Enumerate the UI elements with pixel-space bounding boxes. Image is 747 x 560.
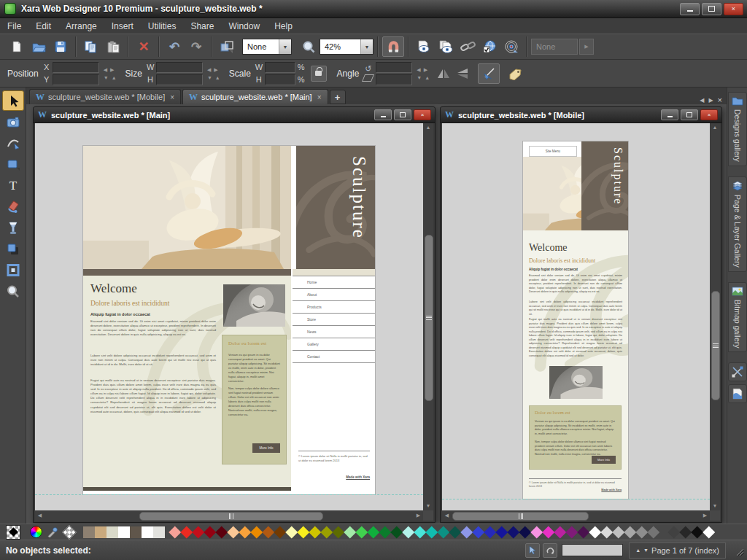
palette-swatch[interactable]	[286, 526, 298, 537]
palette-swatch[interactable]	[519, 526, 531, 537]
save-button[interactable]	[50, 36, 71, 57]
palette-swatch[interactable]	[636, 526, 648, 537]
made-with-xara-link[interactable]: Made with Xara	[298, 475, 370, 479]
copy-button[interactable]	[80, 36, 102, 57]
scale-w-field[interactable]	[265, 62, 295, 73]
palette-swatch[interactable]	[668, 526, 680, 537]
palette-swatch[interactable]	[181, 526, 193, 537]
main-vscroll-thumb[interactable]	[425, 235, 433, 401]
palette-swatch[interactable]	[321, 526, 333, 537]
mobile-window-titlebar[interactable]: W sculpture_website.web * [Mobile] ×	[441, 107, 721, 123]
palette-swatch[interactable]	[228, 526, 239, 537]
scale-h-field[interactable]	[265, 74, 295, 85]
palette-swatch[interactable]	[274, 526, 286, 537]
lion-photo-mobile[interactable]	[549, 366, 603, 399]
size-spinner[interactable]: ◀▶ ▼▲	[207, 67, 220, 80]
flip-vertical-button[interactable]	[453, 64, 472, 83]
palette-swatch[interactable]	[107, 526, 118, 538]
undo-button[interactable]: ↶	[163, 36, 185, 57]
rectangle-tool-button[interactable]	[2, 154, 24, 174]
preview-website-button[interactable]	[435, 36, 457, 57]
palette-swatch[interactable]	[589, 526, 601, 537]
tab-close-icon[interactable]: ×	[316, 93, 322, 101]
menu-help[interactable]: Help	[267, 20, 300, 33]
transparent-swatch[interactable]	[62, 525, 77, 540]
nav-about[interactable]: About	[293, 289, 375, 301]
main-hscroll-thumb[interactable]	[139, 512, 323, 521]
angle-spinner[interactable]: ◀▶ ▼▲	[417, 67, 430, 80]
palette-swatch[interactable]	[193, 526, 204, 537]
palette-swatch[interactable]	[263, 526, 274, 537]
nav-products[interactable]: Products	[293, 301, 375, 314]
live-drag-indicator-button[interactable]	[543, 543, 557, 558]
palette-swatch[interactable]	[554, 526, 566, 537]
photo-tool-button[interactable]	[2, 112, 24, 132]
website-properties-button[interactable]	[500, 36, 522, 57]
lion-photo[interactable]	[223, 284, 285, 327]
fill-tool-button[interactable]	[2, 196, 24, 217]
menu-edit[interactable]: Edit	[28, 20, 58, 33]
selector-tool-button[interactable]	[2, 90, 24, 111]
more-info-button[interactable]: More Info	[252, 443, 280, 453]
palette-swatch[interactable]	[414, 526, 426, 537]
menu-insert[interactable]: Insert	[104, 20, 141, 33]
zoom-level-dropdown[interactable]: 42% ▼	[320, 39, 374, 55]
brand-panel[interactable]: Sculpture	[296, 146, 375, 269]
nav-home[interactable]: Home	[293, 276, 375, 289]
tab-scroll-left-icon[interactable]: ◀	[700, 97, 704, 104]
app-minimize-button[interactable]	[680, 3, 700, 15]
text-tool-button[interactable]: T	[2, 175, 24, 195]
mobile-canvas[interactable]: Site Menu Sculpture Welcome Dolore labor…	[442, 123, 710, 510]
mobile-vertical-scrollbar[interactable]: ▲ ▼	[710, 123, 720, 510]
delete-button[interactable]: ✕	[133, 36, 155, 57]
zoom-tool-sidebar-button[interactable]	[2, 281, 24, 301]
palette-swatch[interactable]	[648, 526, 659, 537]
palette-swatch[interactable]	[239, 526, 251, 537]
palette-swatch[interactable]	[613, 526, 624, 537]
made-with-xara-link-mobile[interactable]: Made with Xara	[529, 489, 622, 491]
position-spinner[interactable]: ◀▶ ▼▲	[104, 67, 117, 80]
palette-swatch[interactable]	[473, 526, 484, 537]
names-tag-button[interactable]	[504, 63, 526, 84]
menu-window[interactable]: Window	[221, 20, 267, 33]
tab-close-icon[interactable]: ×	[169, 93, 174, 101]
redo-button[interactable]: ↷	[185, 36, 207, 57]
mobile-minimize-button[interactable]	[661, 109, 678, 120]
nav-store[interactable]: Store	[293, 314, 375, 326]
preview-page-button[interactable]	[413, 36, 435, 57]
skew-field[interactable]	[376, 74, 412, 85]
palette-swatch[interactable]	[368, 526, 379, 537]
position-x-field[interactable]	[53, 62, 99, 73]
window-resize-grip[interactable]	[736, 548, 744, 558]
designs-gallery-tab[interactable]: Designs gallery	[728, 92, 747, 166]
hyperlink-button[interactable]	[457, 36, 479, 57]
palette-swatch[interactable]	[461, 526, 473, 537]
palette-swatch[interactable]	[95, 526, 107, 538]
palette-swatch[interactable]	[426, 526, 438, 537]
palette-swatch[interactable]	[566, 526, 578, 537]
main-window-titlebar[interactable]: W sculpture_website.web * [Main] ×	[34, 107, 435, 123]
palette-swatch[interactable]	[309, 526, 321, 537]
tabbar-close-icon[interactable]: ×	[718, 96, 722, 104]
mobile-vscroll-thumb[interactable]	[711, 291, 720, 400]
app-maximize-button[interactable]	[702, 3, 721, 15]
size-h-field[interactable]	[156, 74, 203, 85]
palette-swatch[interactable]	[83, 526, 95, 538]
site-menu-button[interactable]: Site Menu	[529, 146, 577, 157]
main-horizontal-scrollbar[interactable]: ◀ ▶	[35, 510, 423, 521]
menu-utilities[interactable]: Utilities	[141, 20, 184, 33]
mobile-horizontal-scrollbar[interactable]: ◀ ▶	[442, 510, 710, 521]
palette-swatch[interactable]	[333, 526, 344, 537]
nav-contact[interactable]: Contact	[293, 351, 375, 363]
palette-swatch[interactable]	[624, 526, 636, 537]
palette-swatch[interactable]	[438, 526, 449, 537]
page-navigator[interactable]: ▲ ▼ Page 1 of 7 (index)	[629, 542, 726, 559]
palette-swatch[interactable]	[142, 526, 153, 538]
palette-swatch[interactable]	[379, 526, 391, 537]
color-picker-button[interactable]	[47, 526, 58, 539]
status-value-field[interactable]	[562, 544, 623, 556]
angle-field[interactable]	[376, 62, 412, 73]
fill-gallery-button[interactable]	[728, 384, 747, 403]
stretch-dropdown[interactable]: None ▼	[242, 39, 292, 55]
new-document-button[interactable]	[6, 36, 28, 57]
